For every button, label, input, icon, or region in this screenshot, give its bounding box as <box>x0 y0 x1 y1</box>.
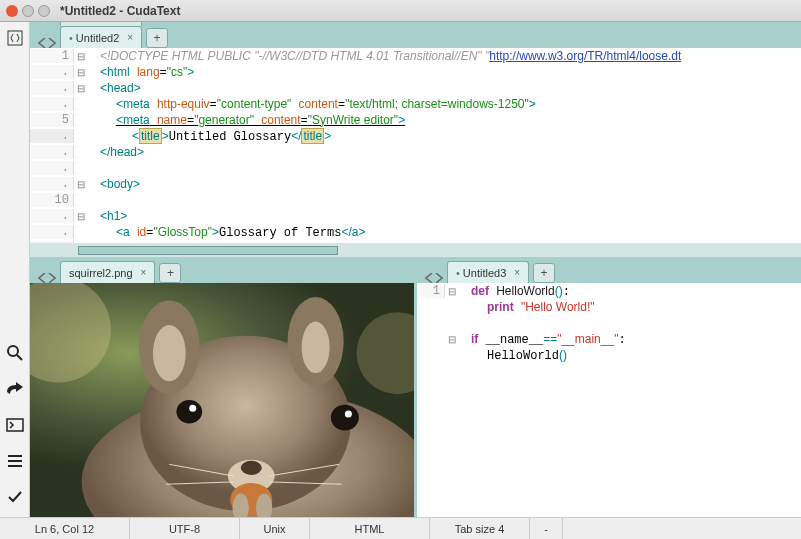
status-tabsize[interactable]: Tab size 4 <box>430 518 530 539</box>
tab-label: Untitled2 <box>76 32 119 44</box>
chevron-left-icon <box>38 38 46 48</box>
new-tab-button-top[interactable]: + <box>146 28 168 48</box>
code-line[interactable]: .⊟<html lang="cs"> <box>30 64 801 80</box>
tab-close-icon[interactable]: × <box>141 267 147 278</box>
check-icon[interactable] <box>5 487 25 507</box>
code-text: <title>Untitled Glossary</title> <box>96 129 801 144</box>
fold-toggle[interactable]: ⊟ <box>74 51 88 62</box>
svg-point-17 <box>345 411 352 418</box>
line-number: 1 <box>30 49 74 63</box>
hscrollbar-top[interactable] <box>30 243 801 257</box>
status-encoding[interactable]: UTF-8 <box>130 518 240 539</box>
br-tab-0[interactable]: Untitled3× <box>447 261 529 283</box>
statusbar: Ln 6, Col 12 UTF-8 Unix HTML Tab size 4 … <box>0 517 801 539</box>
fold-toggle[interactable]: ⊟ <box>74 179 88 190</box>
status-lexer[interactable]: HTML <box>310 518 430 539</box>
fold-toggle[interactable]: ⊟ <box>445 286 459 297</box>
code-line[interactable] <box>417 315 801 331</box>
code-line[interactable]: .<a id="GlossTop">Glossary of Terms</a> <box>30 224 801 240</box>
code-line[interactable]: . <box>30 160 801 176</box>
fold-toggle[interactable]: ⊟ <box>445 334 459 345</box>
line-number: . <box>30 81 74 95</box>
svg-point-13 <box>153 325 186 381</box>
svg-point-16 <box>331 405 359 431</box>
code-line[interactable]: 5<meta name="generator" content="SynWrit… <box>30 112 801 128</box>
code-text: def HelloWorld(): <box>467 284 801 299</box>
svg-point-19 <box>189 405 196 412</box>
line-number: . <box>30 65 74 79</box>
status-eol[interactable]: Unix <box>240 518 310 539</box>
svg-rect-0 <box>8 31 22 45</box>
line-number: . <box>30 177 74 191</box>
tabbar-bl: squirrel2.png× + <box>30 257 414 283</box>
code-line[interactable]: ⊟if __name__=="__main__": <box>417 331 801 347</box>
image-viewer[interactable] <box>30 283 414 517</box>
code-text: </head> <box>96 145 801 160</box>
line-number: 10 <box>30 193 74 207</box>
line-number: 1 <box>417 284 445 298</box>
code-text: <meta name="generator" content="SynWrite… <box>96 113 801 128</box>
svg-point-1 <box>8 346 18 356</box>
status-position[interactable]: Ln 6, Col 12 <box>0 518 130 539</box>
tab-nav-bl[interactable] <box>34 273 60 283</box>
code-line[interactable]: .⊟<body> <box>30 176 801 192</box>
code-text: <html lang="cs"> <box>96 65 801 80</box>
code-tree-icon[interactable] <box>5 28 25 48</box>
line-number: . <box>30 161 74 175</box>
search-icon[interactable] <box>5 343 25 363</box>
line-number: . <box>30 129 74 143</box>
code-line[interactable]: 10 <box>30 192 801 208</box>
chevron-left-icon <box>38 273 46 283</box>
line-number: . <box>30 97 74 111</box>
tab-close-icon[interactable]: × <box>127 32 133 43</box>
fold-toggle[interactable]: ⊟ <box>74 83 88 94</box>
tab-label: squirrel2.png <box>69 267 133 279</box>
window-maximize-button[interactable] <box>38 5 50 17</box>
code-text: <a id="GlossTop">Glossary of Terms</a> <box>96 225 801 240</box>
code-line[interactable]: 1⊟def HelloWorld(): <box>417 283 801 299</box>
code-line[interactable]: HelloWorld() <box>417 347 801 363</box>
line-number: 5 <box>30 113 74 127</box>
code-text: <meta http-equiv="content-type" content=… <box>96 97 801 112</box>
line-number: . <box>30 225 74 239</box>
code-line[interactable]: .⊟<h1> <box>30 208 801 224</box>
console-icon[interactable] <box>5 415 25 435</box>
code-line[interactable]: 1⊟<!DOCTYPE HTML PUBLIC "-//W3C//DTD HTM… <box>30 48 801 64</box>
code-line[interactable]: .⊟<head> <box>30 80 801 96</box>
window-minimize-button[interactable] <box>22 5 34 17</box>
new-tab-button-br[interactable]: + <box>533 263 555 283</box>
editor-top[interactable]: 1⊟<!DOCTYPE HTML PUBLIC "-//W3C//DTD HTM… <box>30 48 801 243</box>
top-tab-1[interactable]: Untitled2× <box>60 26 142 48</box>
editor-bottom-right[interactable]: 1⊟def HelloWorld():print "Hello World!"⊟… <box>417 283 801 517</box>
tab-label: Untitled3 <box>463 267 506 279</box>
fold-toggle[interactable]: ⊟ <box>74 211 88 222</box>
code-text: <head> <box>96 81 801 96</box>
tab-nav-top[interactable] <box>34 38 60 48</box>
code-text: <h1> <box>96 209 801 224</box>
chevron-left-icon <box>425 273 433 283</box>
code-line[interactable]: print "Hello World!" <box>417 299 801 315</box>
code-text: print "Hello World!" <box>467 300 801 315</box>
status-readonly[interactable]: - <box>530 518 563 539</box>
code-line[interactable]: .<title>Untitled Glossary</title> <box>30 128 801 144</box>
chevron-right-icon <box>48 273 56 283</box>
code-line[interactable]: .</head> <box>30 144 801 160</box>
svg-line-2 <box>17 355 22 360</box>
chevron-right-icon <box>48 38 56 48</box>
code-text: <!DOCTYPE HTML PUBLIC "-//W3C//DTD HTML … <box>96 49 801 64</box>
goto-icon[interactable] <box>5 379 25 399</box>
code-line[interactable]: .<meta http-equiv="content-type" content… <box>30 96 801 112</box>
line-number: . <box>30 145 74 159</box>
fold-toggle[interactable]: ⊟ <box>74 67 88 78</box>
tabbar-top: Untitled1×Untitled2× + <box>30 22 801 48</box>
chevron-right-icon <box>435 273 443 283</box>
tab-nav-br[interactable] <box>421 273 447 283</box>
window-close-button[interactable] <box>6 5 18 17</box>
svg-point-21 <box>241 461 262 475</box>
window-title: *Untitled2 - CudaText <box>60 4 180 18</box>
new-tab-button-bl[interactable]: + <box>159 263 181 283</box>
tab-close-icon[interactable]: × <box>514 267 520 278</box>
menu-icon[interactable] <box>5 451 25 471</box>
bl-tab-0[interactable]: squirrel2.png× <box>60 261 155 283</box>
titlebar: *Untitled2 - CudaText <box>0 0 801 22</box>
